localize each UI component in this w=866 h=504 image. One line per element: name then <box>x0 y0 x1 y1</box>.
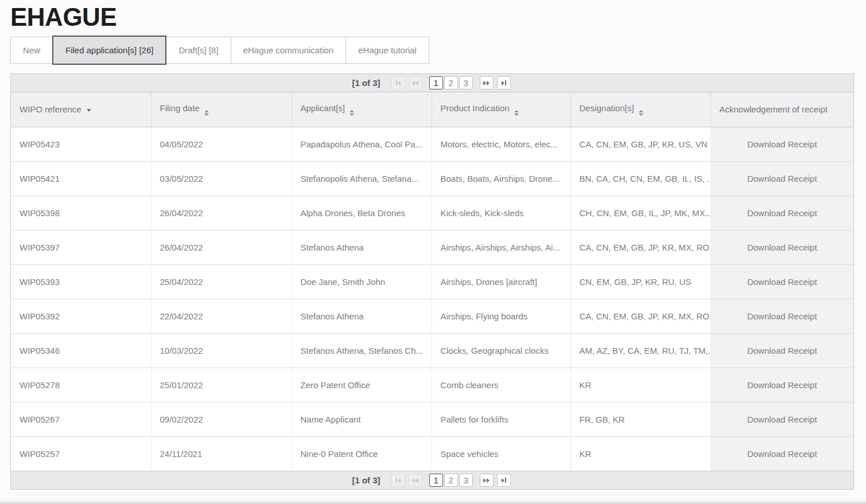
page-1-button[interactable]: 1 <box>429 474 443 487</box>
sort-icon <box>349 110 354 116</box>
column-header-applicants[interactable]: Applicant[s] <box>292 92 432 127</box>
table-row: WIP0539222/04/2022Stefanos AthenaAirship… <box>11 299 853 333</box>
product-indication-cell: Comb cleaners <box>432 368 570 402</box>
download-receipt-link[interactable]: Download Receipt <box>747 243 817 252</box>
applicants-cell: Doe Jane, Smith John <box>292 264 432 299</box>
download-receipt-link[interactable]: Download Receipt <box>747 139 817 149</box>
applicants-cell: Stefanos Athena <box>292 299 432 333</box>
tab-ehague-communication[interactable]: eHague communication <box>231 37 347 64</box>
wipo-reference-cell: WIP05393 <box>11 264 151 299</box>
table-row: WIP0539826/04/2022Alpha Drones, Beta Dro… <box>11 196 853 230</box>
table-row: WIP0526709/02/2022Name ApplicantPallets … <box>11 402 853 436</box>
designations-cell: KR <box>570 436 710 471</box>
applicants-cell: Stefanos Athena <box>292 230 432 264</box>
table-row: WIP0542304/05/2022Papadapolus Athena, Co… <box>11 127 853 161</box>
download-receipt-link[interactable]: Download Receipt <box>747 346 817 355</box>
last-page-icon <box>502 478 506 483</box>
table-row: WIP0525724/11/2021Nine-0 Patent OfficeSp… <box>11 436 853 471</box>
column-label: Filing date <box>160 103 200 113</box>
download-receipt-link[interactable]: Download Receipt <box>747 208 817 218</box>
download-receipt-link[interactable]: Download Receipt <box>747 449 817 459</box>
first-page-button <box>391 76 405 89</box>
designations-cell: CA, CN, EM, GB, JP, KR, MX, RO... <box>570 299 710 333</box>
tab-bar: New Filed application[s] [26] Draft[s] [… <box>10 37 854 65</box>
column-header-acknowledgement: Acknowledgement of receipt <box>710 92 853 127</box>
column-header-designations[interactable]: Designation[s] <box>570 92 710 127</box>
applicants-cell: Papadapolus Athena, Cool Pa... <box>292 127 432 161</box>
applicants-cell: Nine-0 Patent Office <box>292 436 432 471</box>
page-2-button[interactable]: 2 <box>444 474 458 487</box>
table-row: WIP0527825/01/2022Zero Patent OfficeComb… <box>11 368 853 402</box>
product-indication-cell: Airships, Airships, Airships, Ai... <box>432 230 570 264</box>
applicants-cell: Stefanos Athena, Stefanos Ch... <box>292 333 432 368</box>
sort-icon <box>639 110 643 116</box>
product-indication-cell: Kick-sleds, Kick-sleds <box>432 196 570 230</box>
designations-cell: CA, CN, EM, GB, JP, KR, MX, RO... <box>570 230 710 264</box>
wipo-reference-cell: WIP05423 <box>11 127 151 161</box>
designations-cell: CA, CN, EM, GB, JP, KR, US, VN <box>570 127 710 161</box>
next-page-button[interactable] <box>480 474 494 487</box>
filing-date-cell: 22/04/2022 <box>151 299 292 333</box>
page-report: [1 of 3] <box>352 78 380 88</box>
download-receipt-link[interactable]: Download Receipt <box>747 311 817 321</box>
table-row: WIP0542103/05/2022Stefanopolis Athena, S… <box>11 161 853 196</box>
receipt-cell: Download Receipt <box>710 196 853 230</box>
next-page-button[interactable] <box>480 76 494 89</box>
ehague-page: EHAGUE New Filed application[s] [26] Dra… <box>0 3 866 490</box>
column-header-product-indication[interactable]: Product Indication <box>432 92 570 127</box>
column-label: Designation[s] <box>580 103 634 113</box>
last-page-button[interactable] <box>497 76 511 89</box>
last-page-button[interactable] <box>497 474 511 487</box>
receipt-cell: Download Receipt <box>710 127 853 161</box>
receipt-cell: Download Receipt <box>710 264 853 299</box>
sort-icon <box>514 110 519 116</box>
page-3-button[interactable]: 3 <box>459 76 473 89</box>
wipo-reference-cell: WIP05392 <box>11 299 151 333</box>
download-receipt-link[interactable]: Download Receipt <box>747 277 817 287</box>
applications-grid: WIPO reference Filing date Applicant[s] … <box>11 92 853 471</box>
filing-date-cell: 03/05/2022 <box>151 161 292 196</box>
filing-date-cell: 26/04/2022 <box>151 230 292 264</box>
applicants-cell: Zero Patent Office <box>292 368 432 402</box>
page-3-button[interactable]: 3 <box>459 474 473 487</box>
receipt-cell: Download Receipt <box>710 161 853 196</box>
page-buttons: 1 2 3 <box>429 474 473 487</box>
filed-applications-table: [1 of 3] 1 2 3 <box>10 73 854 490</box>
designations-cell: FR, GB, KR <box>570 402 710 436</box>
product-indication-cell: Airships, Drones [aircraft] <box>432 264 570 299</box>
tab-drafts[interactable]: Draft[s] [8] <box>166 37 231 64</box>
table-row: WIP0534610/03/2022Stefanos Athena, Stefa… <box>11 333 853 368</box>
table-body: WIP0542304/05/2022Papadapolus Athena, Co… <box>11 127 853 471</box>
pagination-top: [1 of 3] 1 2 3 <box>11 74 853 92</box>
first-page-icon <box>396 478 401 483</box>
page-report: [1 of 3] <box>352 475 380 485</box>
receipt-cell: Download Receipt <box>710 368 853 402</box>
designations-cell: CN, EM, GB, JP, KR, RU, US <box>570 264 710 299</box>
sort-icon <box>204 110 209 116</box>
previous-page-button <box>409 76 422 89</box>
wipo-reference-cell: WIP05397 <box>11 230 151 264</box>
page-2-button[interactable]: 2 <box>444 76 458 89</box>
wipo-reference-cell: WIP05267 <box>11 402 151 436</box>
tab-ehague-tutorial[interactable]: eHague tutorial <box>345 37 429 64</box>
wipo-reference-cell: WIP05278 <box>11 368 151 402</box>
next-page-icon <box>483 478 490 483</box>
wipo-reference-cell: WIP05257 <box>11 436 151 471</box>
download-receipt-link[interactable]: Download Receipt <box>747 174 817 183</box>
filing-date-cell: 25/01/2022 <box>151 368 292 402</box>
tab-new[interactable]: New <box>10 37 53 64</box>
column-header-filing-date[interactable]: Filing date <box>151 92 292 127</box>
download-receipt-link[interactable]: Download Receipt <box>747 380 817 390</box>
download-receipt-link[interactable]: Download Receipt <box>747 415 817 424</box>
wipo-reference-cell: WIP05346 <box>11 333 151 368</box>
wipo-reference-cell: WIP05398 <box>11 196 151 230</box>
next-page-icon <box>483 81 490 85</box>
applicants-cell: Name Applicant <box>292 402 432 436</box>
page-1-button[interactable]: 1 <box>429 76 443 89</box>
product-indication-cell: Airships, Flying boards <box>432 299 570 333</box>
tab-filed-applications[interactable]: Filed application[s] [26] <box>52 36 166 65</box>
column-header-wipo-reference[interactable]: WIPO reference <box>11 92 151 127</box>
receipt-cell: Download Receipt <box>710 299 853 333</box>
previous-page-button <box>409 474 422 487</box>
page-title: EHAGUE <box>10 3 854 31</box>
